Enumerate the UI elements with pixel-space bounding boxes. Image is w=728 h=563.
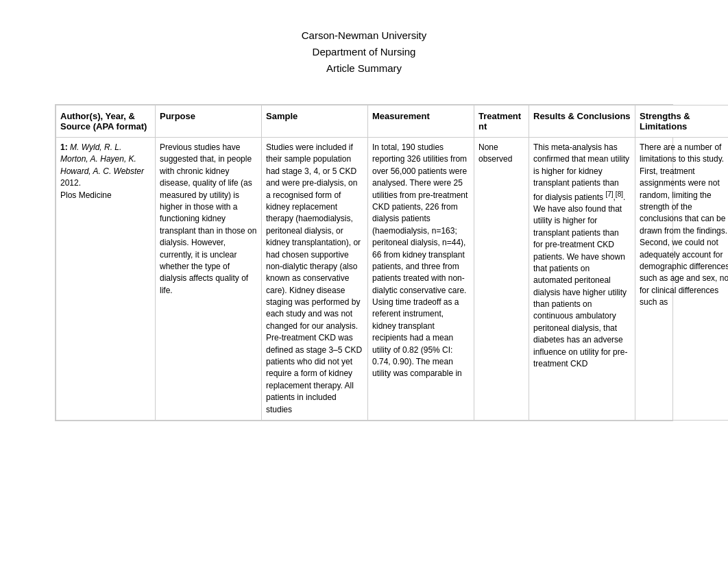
cell-sample: Studies were included if their sample po… — [262, 138, 368, 421]
col-header-measurement: Measurement — [368, 105, 474, 138]
results-text: This meta-analysis has confirmed that me… — [533, 142, 629, 368]
author-source: Plos Medicine — [60, 190, 112, 200]
header-line3: Article Summary — [0, 60, 728, 77]
col-header-author: Author(s), Year, & Source (APA format) — [56, 105, 156, 138]
article-summary-table: Author(s), Year, & Source (APA format) P… — [56, 105, 728, 421]
col-header-purpose: Purpose — [156, 105, 262, 138]
author-name: M. Wyld, R. L. Morton, A. Hayen, K. Howa… — [60, 142, 144, 176]
page-header: Carson-Newman University Department of N… — [0, 0, 728, 90]
header-line2: Department of Nursing — [0, 44, 728, 60]
entry-number: 1: — [60, 142, 68, 152]
cell-author: 1: M. Wyld, R. L. Morton, A. Hayen, K. H… — [56, 138, 156, 421]
cell-treatment: None observed — [474, 138, 529, 421]
col-header-sample: Sample — [262, 105, 368, 138]
author-year: 2012. — [60, 178, 81, 188]
cell-measurement: In total, 190 studies reporting 326 util… — [368, 138, 474, 421]
col-header-treatment: Treatmentnt — [474, 105, 529, 138]
treatment-value: None observed — [478, 142, 512, 164]
table-header-row: Author(s), Year, & Source (APA format) P… — [56, 105, 729, 138]
ref-8: [8] — [616, 190, 623, 198]
cell-results: This meta-analysis has confirmed that me… — [529, 138, 635, 421]
col-header-strengths: Strengths & Limitations — [635, 105, 729, 138]
table-row: 1: M. Wyld, R. L. Morton, A. Hayen, K. H… — [56, 138, 729, 421]
cell-strengths: There are a number of limitations to thi… — [635, 138, 729, 421]
header-line1: Carson-Newman University — [0, 27, 728, 44]
cell-purpose: Previous studies have suggested that, in… — [156, 138, 262, 421]
col-header-results: Results & Conclusions — [529, 105, 635, 138]
article-summary-table-container: Author(s), Year, & Source (APA format) P… — [55, 104, 673, 421]
ref-7: [7] — [605, 190, 613, 198]
